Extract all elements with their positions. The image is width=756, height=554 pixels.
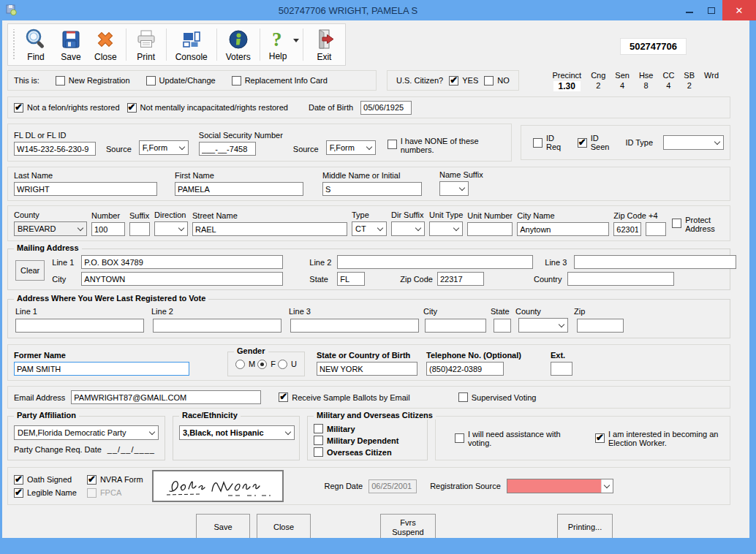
toolbar-voters-button[interactable]: Voters xyxy=(219,26,257,64)
orange-x-icon xyxy=(94,28,116,51)
printing-button[interactable]: Printing... xyxy=(557,514,613,538)
number-suffix-input[interactable] xyxy=(129,222,150,236)
mailing-country-input[interactable] xyxy=(567,272,674,286)
citizen-panel: U.S. Citizen? YES NO xyxy=(387,70,519,91)
mailing-state-input[interactable] xyxy=(337,272,365,286)
city-name-input[interactable] xyxy=(517,222,609,236)
toolbar-print-button[interactable]: Print xyxy=(129,26,164,64)
first-name-input[interactable] xyxy=(175,182,303,196)
name-suffix-select[interactable] xyxy=(439,181,469,196)
minimize-button[interactable] xyxy=(678,2,700,18)
gender-m-radio[interactable]: M xyxy=(235,360,255,369)
direction-select[interactable] xyxy=(154,221,188,236)
id-req-checkbox[interactable]: ID Req xyxy=(533,134,567,151)
fvrs-suspend-button[interactable]: Fvrs Suspend xyxy=(380,514,436,538)
party-change-date-value[interactable]: __/__/____ xyxy=(107,445,155,454)
unit-number-input[interactable] xyxy=(467,222,513,236)
lr-line3-input[interactable] xyxy=(290,319,419,333)
citizen-no-checkbox[interactable]: NO xyxy=(484,76,510,86)
gender-f-radio[interactable]: F xyxy=(257,360,276,369)
fl-dl-input[interactable] xyxy=(14,142,96,156)
help-dropdown-arrow-icon[interactable] xyxy=(293,39,299,42)
military-dependent-checkbox[interactable]: Military Dependent xyxy=(314,436,421,445)
lr-city-input[interactable] xyxy=(425,319,486,333)
street-number-input[interactable] xyxy=(91,222,125,236)
lr-line1-input[interactable] xyxy=(15,319,144,333)
protect-address-checkbox[interactable]: Protect Address xyxy=(672,216,720,233)
save-button[interactable]: Save xyxy=(196,514,250,538)
registration-source-select[interactable] xyxy=(507,479,613,493)
lr-zip-input[interactable] xyxy=(577,319,624,333)
toolbar-find-button[interactable]: Find xyxy=(18,26,54,64)
ext-input[interactable] xyxy=(551,362,572,376)
toolbar-exit-button[interactable]: Exit xyxy=(306,26,342,64)
incapacitated-checkbox[interactable]: Not mentally incapacitated/rights restor… xyxy=(127,103,288,113)
legible-name-checkbox[interactable]: Legible Name xyxy=(14,488,77,498)
dir-suffix-select[interactable] xyxy=(391,221,425,236)
last-registered-title: Address Where You Were Last Registered t… xyxy=(14,294,208,303)
toolbar-console-button[interactable]: Console xyxy=(169,26,214,64)
dl-source-select[interactable]: F,Form xyxy=(139,140,189,155)
nvra-form-checkbox[interactable]: NVRA Form xyxy=(87,475,143,485)
mailing-line2-input[interactable] xyxy=(337,255,533,269)
mailing-line3-input[interactable] xyxy=(574,255,736,269)
registration-source-label: Registration Source xyxy=(430,482,501,490)
military-checkbox[interactable]: Military xyxy=(314,424,421,433)
protect-address-label: Protect Address xyxy=(685,216,720,233)
toolbar-help-button[interactable]: ? Help xyxy=(262,26,294,63)
party-affiliation-panel: Party Affiliation DEM,Florida Democratic… xyxy=(7,416,165,460)
clear-mailing-button[interactable]: Clear xyxy=(15,260,45,281)
phone-label: Telephone No. (Optional) xyxy=(426,351,521,360)
new-registration-checkbox[interactable]: New Registration xyxy=(56,76,130,86)
election-worker-checkbox[interactable]: I am interested in becoming an Election … xyxy=(595,430,724,447)
toolbar-grip[interactable] xyxy=(12,29,15,60)
need-assistance-checkbox[interactable]: I will need assistance with voting. xyxy=(455,430,564,447)
window-close-button[interactable]: ✕ xyxy=(722,0,756,20)
mailing-zip-input[interactable] xyxy=(437,272,484,286)
close-button[interactable]: Close xyxy=(257,514,311,538)
oath-signed-checkbox[interactable]: Oath Signed xyxy=(14,475,77,485)
supervised-voting-checkbox[interactable]: Supervised Voting xyxy=(458,392,537,402)
former-name-input[interactable] xyxy=(14,362,189,376)
sample-ballots-label: Receive Sample Ballots by Email xyxy=(292,393,409,402)
race-select[interactable]: 3,Black, not Hispanic xyxy=(179,425,295,440)
zip-code-input[interactable] xyxy=(613,222,641,236)
toolbar-close-button[interactable]: Close xyxy=(88,26,124,64)
felon-checkbox[interactable]: Not a felon/rights restored xyxy=(14,103,120,113)
email-input[interactable] xyxy=(71,390,261,404)
street-type-select[interactable]: CT xyxy=(352,221,387,236)
zip-plus4-input[interactable] xyxy=(646,222,666,236)
printer-icon xyxy=(135,28,157,51)
lr-line2-input[interactable] xyxy=(153,319,281,333)
mailing-line1-input[interactable] xyxy=(81,255,283,269)
street-name-input[interactable] xyxy=(192,222,347,236)
id-type-select[interactable] xyxy=(663,135,724,150)
replacement-card-checkbox[interactable]: Replacement Info Card xyxy=(232,76,328,86)
mailing-city-input[interactable] xyxy=(81,272,283,286)
ssn-input[interactable] xyxy=(199,142,256,156)
district-header: Hse xyxy=(639,71,654,80)
tiles-icon xyxy=(181,28,203,51)
id-seen-label: ID Seen xyxy=(591,134,616,151)
no-numbers-checkbox[interactable]: I have NONE of these numbers. xyxy=(388,137,480,154)
middle-name-input[interactable] xyxy=(322,182,422,196)
citizen-yes-checkbox[interactable]: YES xyxy=(449,76,478,86)
maximize-button[interactable] xyxy=(700,2,722,18)
dob-input[interactable] xyxy=(360,101,412,115)
last-name-input[interactable] xyxy=(14,182,157,196)
phone-input[interactable] xyxy=(426,362,504,376)
lr-state-input[interactable] xyxy=(494,319,511,333)
birth-place-input[interactable] xyxy=(317,362,417,376)
party-select[interactable]: DEM,Florida Democratic Party xyxy=(14,425,159,440)
county-select[interactable]: BREVARD xyxy=(14,221,87,236)
district-value: 8 xyxy=(644,81,649,91)
overseas-citizen-checkbox[interactable]: Overseas Citizen xyxy=(314,447,421,457)
gender-u-radio[interactable]: U xyxy=(278,360,297,369)
update-change-checkbox[interactable]: Update/Change xyxy=(146,76,216,86)
id-seen-checkbox[interactable]: ID Seen xyxy=(578,134,616,151)
ssn-source-select[interactable]: F,Form xyxy=(326,140,376,155)
sample-ballots-checkbox[interactable]: Receive Sample Ballots by Email xyxy=(279,392,409,402)
unit-type-select[interactable] xyxy=(429,221,463,236)
toolbar-save-button[interactable]: Save xyxy=(54,26,88,64)
lr-county-select[interactable] xyxy=(518,318,568,333)
